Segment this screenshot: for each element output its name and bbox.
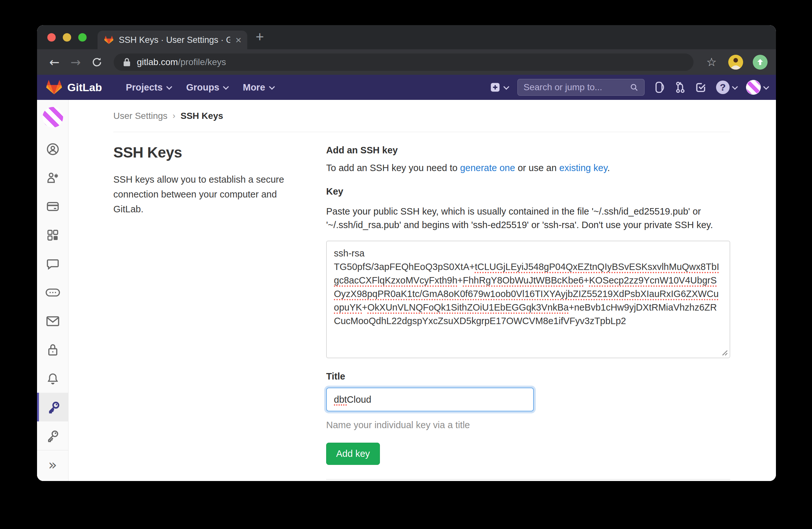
sidebar-item-access-tokens[interactable] (37, 278, 69, 307)
tab-title: SSH Keys · User Settings · GitL (119, 35, 230, 45)
browser-tab[interactable]: SSH Keys · User Settings · GitL × (98, 31, 247, 49)
gitlab-navbar: GitLab Projects Groups More (37, 75, 776, 100)
search-icon (630, 83, 638, 92)
issues-button[interactable] (654, 81, 665, 94)
token-pill-icon (45, 288, 60, 297)
key-help-text: Paste your public SSH key, which is usua… (326, 204, 730, 232)
sidebar-item-password[interactable] (37, 335, 69, 364)
settings-sidebar: » (37, 100, 69, 481)
browser-toolbar: ← → gitlab.com/profile/keys ☆ (37, 49, 776, 75)
browser-update-icon[interactable] (753, 55, 768, 70)
url-host: gitlab.com (137, 57, 178, 67)
nav-groups[interactable]: Groups (186, 82, 227, 93)
minimize-window-button[interactable] (63, 33, 71, 42)
bookmark-star-icon[interactable]: ☆ (701, 55, 722, 69)
chevron-down-icon (503, 84, 509, 89)
collapse-chevrons-icon: » (48, 457, 57, 473)
sidebar-item-gpg-keys[interactable] (37, 421, 69, 450)
brand-name: GitLab (67, 81, 102, 94)
todo-check-icon (695, 82, 706, 93)
title-label: Title (326, 371, 730, 382)
help-icon: ? (716, 81, 729, 94)
close-window-button[interactable] (47, 33, 56, 42)
tab-strip: SSH Keys · User Settings · GitL × + (37, 25, 776, 49)
new-menu-button[interactable] (489, 82, 508, 93)
help-menu-button[interactable]: ? (716, 81, 736, 94)
url-text: gitlab.com/profile/keys (137, 57, 226, 67)
applications-grid-icon (46, 229, 59, 242)
sidebar-user-avatar (43, 107, 63, 128)
chat-bubble-icon (46, 257, 60, 271)
chevron-down-icon (166, 84, 172, 89)
chevron-down-icon (763, 84, 769, 89)
main-content: User Settings › SSH Keys SSH Keys SSH ke… (69, 100, 776, 481)
chevron-down-icon (223, 84, 229, 89)
breadcrumb: User Settings › SSH Keys (113, 100, 730, 132)
lock-icon (123, 57, 131, 67)
resize-handle-icon[interactable] (720, 348, 728, 356)
url-path: /profile/keys (178, 57, 226, 67)
chevron-down-icon (732, 84, 738, 89)
add-key-button[interactable]: Add key (326, 443, 380, 465)
existing-key-link[interactable]: existing key (559, 163, 607, 173)
nav-more[interactable]: More (243, 82, 273, 93)
title-help-text: Name your individual key via a title (326, 420, 730, 430)
key-label: Key (326, 186, 730, 197)
merge-request-icon (675, 81, 686, 94)
merge-requests-button[interactable] (675, 81, 686, 94)
sidebar-item-chat[interactable] (37, 249, 69, 278)
gitlab-tanuki-icon (45, 79, 63, 96)
todos-button[interactable] (695, 82, 706, 93)
breadcrumb-user-settings[interactable]: User Settings (113, 111, 168, 121)
back-button[interactable]: ← (45, 53, 63, 71)
new-tab-button[interactable]: + (247, 29, 264, 49)
breadcrumb-ssh-keys: SSH Keys (180, 111, 223, 121)
sidebar-item-ssh-keys[interactable] (37, 393, 69, 421)
bell-icon (46, 372, 59, 385)
sidebar-item-notifications[interactable] (37, 364, 69, 393)
section-divider (326, 479, 730, 480)
chevron-down-icon (269, 84, 275, 89)
browser-profile-avatar[interactable] (728, 55, 743, 70)
zoom-window-button[interactable] (78, 33, 87, 42)
reload-button[interactable] (88, 53, 106, 71)
browser-window: SSH Keys · User Settings · GitL × + ← → … (37, 25, 776, 481)
issues-icon (654, 81, 665, 94)
gitlab-logo[interactable]: GitLab (45, 79, 102, 96)
nav-projects[interactable]: Projects (126, 82, 171, 93)
breadcrumb-separator: › (173, 111, 175, 121)
sidebar-item-account[interactable] (37, 163, 69, 192)
forward-button[interactable]: → (67, 53, 85, 71)
sidebar-item-applications[interactable] (37, 221, 69, 249)
sidebar-item-billing[interactable] (37, 192, 69, 221)
title-input[interactable]: dbt Cloud (326, 388, 534, 411)
generate-one-link[interactable]: generate one (460, 163, 515, 173)
page-title: SSH Keys (113, 144, 306, 161)
add-ssh-key-intro: To add an SSH key you need to generate o… (326, 163, 730, 173)
gpg-key-icon (46, 429, 60, 443)
user-avatar (746, 80, 761, 95)
window-controls (37, 33, 98, 49)
key-textarea[interactable]: ssh-rsa TG50pfS/3apFEQhEoQ3pS0XtA+tCLUGj… (326, 241, 730, 358)
add-ssh-key-heading: Add an SSH key (326, 145, 730, 156)
search-input[interactable] (523, 82, 625, 92)
sidebar-item-profile[interactable] (37, 135, 69, 163)
tab-close-icon[interactable]: × (235, 35, 242, 45)
search-box[interactable] (518, 79, 644, 96)
envelope-icon (46, 315, 60, 327)
ssh-key-icon (47, 400, 61, 414)
credit-card-icon (46, 200, 60, 213)
profile-icon (46, 142, 60, 156)
account-gear-icon (46, 171, 60, 185)
sidebar-collapse-button[interactable]: » (37, 451, 69, 479)
plus-square-icon (489, 82, 501, 93)
gitlab-favicon-icon (104, 35, 114, 45)
user-menu-button[interactable] (746, 80, 768, 95)
url-bar[interactable]: gitlab.com/profile/keys (114, 54, 694, 71)
page-description: SSH keys allow you to establish a secure… (113, 172, 306, 216)
sidebar-item-emails[interactable] (37, 307, 69, 335)
lock-icon (47, 343, 59, 357)
